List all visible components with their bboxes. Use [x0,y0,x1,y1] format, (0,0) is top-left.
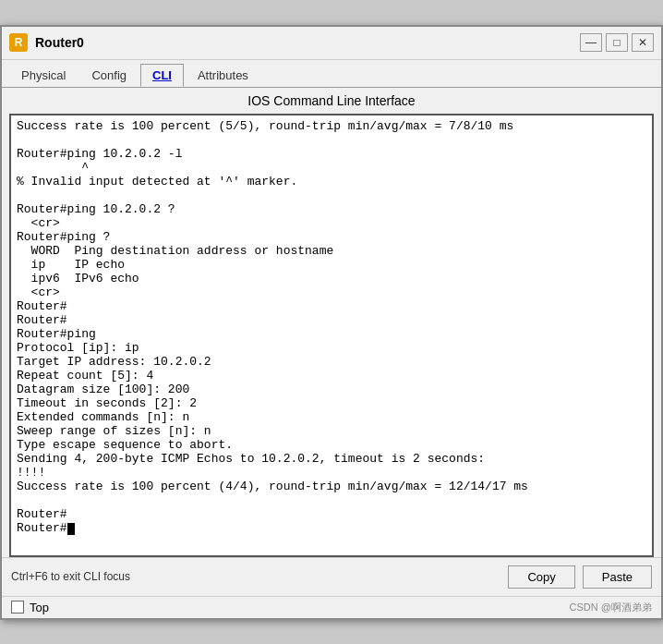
cli-cursor [67,523,75,535]
cli-hint: Ctrl+F6 to exit CLI focus [11,570,130,583]
title-bar-left: R Router0 [9,33,84,52]
title-controls: — □ ✕ [580,33,654,52]
cli-terminal[interactable]: Success rate is 100 percent (5/5), round… [9,114,654,557]
close-button[interactable]: ✕ [632,33,654,52]
footer-left: Top [11,601,49,614]
paste-button[interactable]: Paste [583,565,652,589]
maximize-button[interactable]: □ [606,33,628,52]
router-icon: R [9,33,28,52]
tab-config[interactable]: Config [79,64,139,87]
icon-letter: R [15,36,23,49]
minimize-button[interactable]: — [580,33,602,52]
action-buttons: Copy Paste [508,565,652,589]
window: R Router0 — □ ✕ Physical Config CLI Attr… [0,25,663,620]
title-bar: R Router0 — □ ✕ [2,27,661,60]
bottom-bar: Ctrl+F6 to exit CLI focus Copy Paste [2,557,661,596]
watermark: CSDN @啊酒弟弟 [570,601,652,614]
tab-physical[interactable]: Physical [9,64,78,87]
tab-cli[interactable]: CLI [140,64,184,87]
section-title: IOS Command Line Interface [2,88,661,114]
top-checkbox[interactable] [11,601,24,614]
copy-button[interactable]: Copy [508,565,574,589]
window-title: Router0 [35,35,84,50]
tab-bar: Physical Config CLI Attributes [2,60,661,88]
footer-bar: Top CSDN @啊酒弟弟 [2,596,661,618]
top-label: Top [30,601,49,614]
tab-attributes[interactable]: Attributes [186,64,260,87]
